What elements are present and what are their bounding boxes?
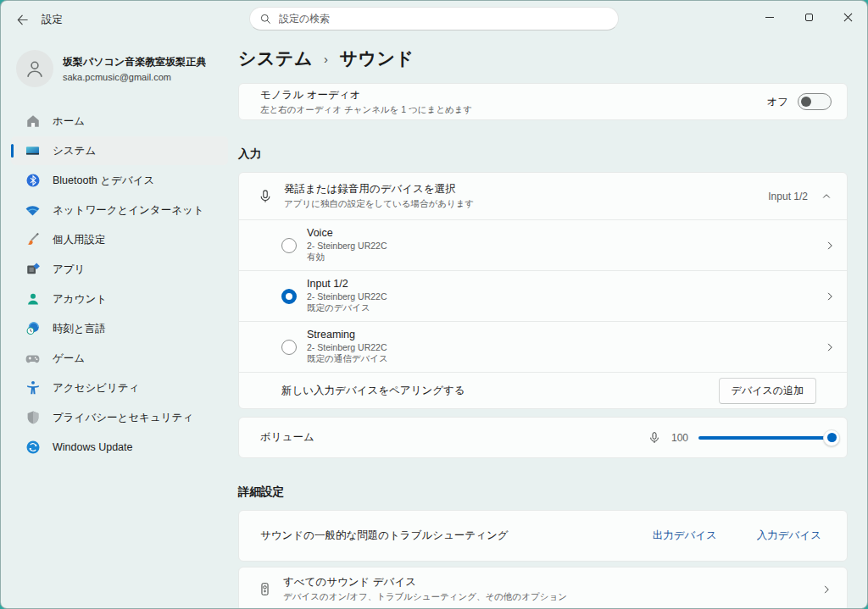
search-box[interactable] — [249, 7, 619, 30]
privacy-icon — [25, 410, 41, 426]
chevron-right-icon — [825, 240, 835, 252]
sidebar-nav: ホーム システム Bluetooth とデバイス — [1, 99, 238, 462]
home-icon — [25, 113, 41, 130]
apps-icon — [25, 262, 41, 278]
toggle-knob — [801, 97, 811, 107]
sidebar-item-accessibility[interactable]: アクセシビリティ — [11, 374, 228, 402]
sidebar-item-apps[interactable]: アプリ — [11, 255, 228, 284]
breadcrumb-parent[interactable]: システム — [238, 47, 313, 70]
sidebar-item-privacy[interactable]: プライバシーとセキュリティ — [11, 403, 228, 432]
breadcrumb: システム › サウンド — [238, 47, 848, 70]
time-language-icon — [25, 321, 41, 337]
device-row-voice[interactable]: Voice 2- Steinberg UR22C 有効 — [239, 219, 847, 270]
bluetooth-icon — [25, 173, 41, 189]
chevron-up-icon — [821, 191, 832, 202]
close-button[interactable] — [828, 1, 867, 33]
input-device-selector-header[interactable]: 発話または録音用のデバイスを選択 アプリに独自の設定をしている場合があります I… — [239, 173, 847, 219]
volume-card: ボリューム 100 — [238, 417, 848, 458]
microphone-icon — [648, 431, 661, 445]
slider-knob[interactable] — [823, 429, 840, 446]
accessibility-icon — [25, 380, 41, 396]
all-devices-subtitle: デバイスのオン/オフ、トラブルシューティング、その他のオプション — [283, 591, 821, 603]
sidebar-item-personalization[interactable]: 個人用設定 — [11, 225, 228, 254]
input-devices-link[interactable]: 入力デバイス — [757, 529, 821, 543]
maximize-icon — [805, 14, 813, 21]
input-section-heading: 入力 — [238, 147, 848, 162]
sidebar-item-network[interactable]: ネットワークとインターネット — [11, 196, 228, 224]
mono-audio-title: モノラル オーディオ — [260, 88, 766, 102]
sidebar-item-windows-update[interactable]: Windows Update — [11, 433, 228, 462]
minimize-icon — [765, 17, 774, 18]
mono-audio-card: モノラル オーディオ 左と右のオーディオ チャンネルを 1 つにまとめます オフ — [238, 83, 848, 120]
troubleshoot-card: サウンドの一般的な問題のトラブルシューティング 出力デバイス 入力デバイス — [238, 510, 848, 562]
user-account[interactable]: 坂梨パソコン音楽教室坂梨正典 saka.pcmusic@gmail.com — [1, 43, 238, 99]
accounts-icon — [25, 291, 41, 307]
gaming-icon — [25, 351, 41, 367]
network-icon — [25, 202, 41, 219]
add-device-button[interactable]: デバイスの追加 — [719, 378, 816, 404]
selected-device-value: Input 1/2 — [768, 191, 808, 202]
search-input[interactable] — [279, 13, 608, 25]
volume-slider[interactable] — [698, 429, 838, 446]
sidebar: 坂梨パソコン音楽教室坂梨正典 saka.pcmusic@gmail.com ホー… — [1, 38, 238, 608]
all-sound-devices-row[interactable]: すべてのサウンド デバイス デバイスのオン/オフ、トラブルシューティング、その他… — [238, 567, 848, 609]
back-button[interactable] — [8, 8, 36, 31]
person-icon — [24, 58, 46, 80]
chevron-right-icon — [825, 341, 835, 353]
mono-audio-subtitle: 左と右のオーディオ チャンネルを 1 つにまとめます — [260, 104, 766, 116]
pair-device-row: 新しい入力デバイスをペアリングする デバイスの追加 — [239, 372, 847, 408]
troubleshoot-label: サウンドの一般的な問題のトラブルシューティング — [260, 529, 653, 543]
all-devices-title: すべてのサウンド デバイス — [283, 575, 821, 590]
sidebar-item-system[interactable]: システム — [11, 136, 228, 165]
titlebar: 設定 — [1, 1, 867, 38]
speaker-device-icon — [258, 581, 272, 597]
device-status: 有効 — [307, 252, 825, 263]
chevron-right-icon — [821, 584, 832, 595]
user-email: saka.pcmusic@gmail.com — [63, 72, 206, 82]
sidebar-item-time-language[interactable]: 時刻と言語 — [11, 314, 228, 343]
radio-streaming[interactable] — [281, 340, 297, 355]
device-status: 既定のデバイス — [307, 302, 825, 314]
breadcrumb-separator: › — [324, 52, 329, 66]
toggle-state-label: オフ — [766, 95, 788, 109]
device-status: 既定の通信デバイス — [307, 353, 825, 365]
close-icon — [843, 13, 853, 22]
app-title: 設定 — [42, 13, 63, 27]
settings-window: 設定 坂梨パソコン音楽教室坂梨正典 saka.pcmusi — [0, 0, 868, 609]
slider-fill — [698, 436, 838, 440]
selector-title: 発話または録音用のデバイスを選択 — [284, 182, 768, 197]
minimize-button[interactable] — [750, 1, 789, 33]
sidebar-item-bluetooth[interactable]: Bluetooth とデバイス — [11, 166, 228, 195]
device-row-input-1-2[interactable]: Input 1/2 2- Steinberg UR22C 既定のデバイス — [239, 270, 847, 321]
volume-label: ボリューム — [260, 430, 648, 445]
device-row-streaming[interactable]: Streaming 2- Steinberg UR22C 既定の通信デバイス — [239, 321, 847, 372]
search-icon — [260, 14, 271, 25]
sidebar-item-home[interactable]: ホーム — [11, 107, 228, 136]
microphone-icon — [258, 189, 273, 204]
sidebar-item-gaming[interactable]: ゲーム — [11, 344, 228, 373]
avatar — [16, 50, 53, 87]
radio-voice[interactable] — [281, 238, 297, 253]
user-name: 坂梨パソコン音楽教室坂梨正典 — [63, 55, 206, 69]
volume-value: 100 — [670, 432, 688, 444]
chevron-right-icon — [825, 291, 835, 302]
windows-update-icon — [25, 440, 41, 456]
input-device-expander: 発話または録音用のデバイスを選択 アプリに独自の設定をしている場合があります I… — [238, 172, 848, 409]
personalization-icon — [25, 232, 41, 248]
main-content: システム › サウンド モノラル オーディオ 左と右のオーディオ チャンネルを … — [238, 38, 867, 608]
sidebar-item-accounts[interactable]: アカウント — [11, 285, 228, 313]
back-arrow-icon — [16, 14, 29, 26]
breadcrumb-current: サウンド — [339, 47, 414, 70]
output-devices-link[interactable]: 出力デバイス — [653, 529, 717, 543]
mono-audio-toggle[interactable] — [798, 93, 832, 110]
selector-subtitle: アプリに独自の設定をしている場合があります — [284, 198, 768, 210]
radio-input-1-2[interactable] — [281, 289, 297, 304]
system-icon — [25, 143, 41, 159]
window-controls — [750, 1, 867, 33]
maximize-button[interactable] — [789, 1, 828, 33]
pair-device-label: 新しい入力デバイスをペアリングする — [281, 384, 719, 398]
advanced-section-heading: 詳細設定 — [238, 484, 848, 500]
